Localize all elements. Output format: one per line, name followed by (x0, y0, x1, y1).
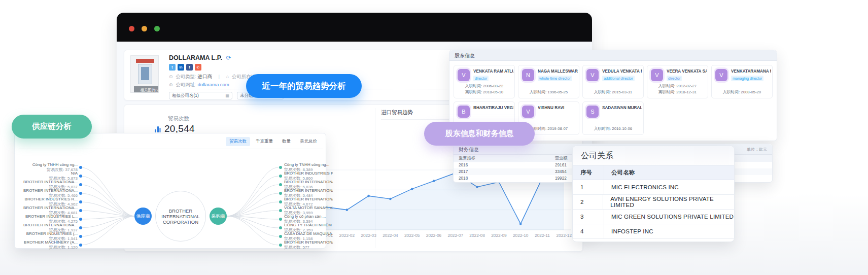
shareholder-panel-header: 股东信息 (449, 50, 777, 61)
shareholder-card[interactable]: VVENKATARAMANA MAG...managing director入职… (711, 65, 773, 98)
company-relations-panel: 公司关系 序号 公司名称 1MIC ELECTRONICS INC2AVNI E… (572, 146, 735, 242)
traffic-light-dot[interactable] (129, 26, 134, 31)
supplier-trade-count: 贸易次数: 1,120 (18, 245, 78, 250)
chart-data-point (367, 195, 370, 197)
company-node-dot[interactable] (79, 175, 82, 178)
shareholder-name: VEDULA VENKATA RAM... (602, 69, 642, 74)
company-node-dot[interactable] (79, 200, 82, 203)
relation-company-cell: INFOSTEP INC (604, 228, 653, 234)
company-node-dot[interactable] (279, 235, 282, 238)
shareholder-avatar: V (651, 69, 663, 81)
purchaser-item[interactable]: BROTHER INTERNATIONA...贸易次数: 577 (284, 240, 333, 250)
company-node-dot[interactable] (279, 166, 282, 169)
shareholder-card[interactable]: VVEERA VENKATA SATYA...director入职时间: 201… (647, 65, 708, 98)
company-node-dot[interactable] (79, 226, 82, 229)
relation-company-cell: MIC ELECTRONICS INC (604, 184, 679, 190)
shareholder-card[interactable]: SSADASIVAN MURALIKR...入职时间: 2016-10-06 (582, 101, 644, 135)
supplier-name: BROTHER INDUSTRIES (... (18, 231, 78, 236)
shareholder-date-line: 入职时间: 2006-08-22 (454, 83, 514, 89)
shareholder-card[interactable]: NNAGA MALLESWARA R...whole-time director… (518, 65, 579, 98)
shareholder-dates: 入职时间: 2006-08-22离职时间: 2018-05-10 (454, 83, 514, 95)
trade-count-label: 贸易次数 (168, 115, 189, 122)
refresh-icon[interactable]: ⟳ (226, 54, 231, 61)
company-node-dot[interactable] (279, 183, 282, 186)
relation-company-cell: AVNI ENERGY SOLUTIONS PRIVATE LIMITED (603, 196, 734, 208)
finance-year-cell: 2018 (459, 175, 468, 182)
supplier-item[interactable]: BROTHER MACHINERY (A...贸易次数: 1,120 (18, 240, 78, 250)
company-node-dot[interactable] (79, 218, 82, 221)
linkedin-icon[interactable]: in (178, 64, 184, 71)
chart-data-point (346, 209, 349, 211)
shareholder-role-badge: whole-time director (538, 76, 572, 81)
relation-index-cell: 1 (573, 180, 604, 194)
company-type-value: 进口商 (197, 74, 212, 79)
supply-link-curve (227, 176, 279, 216)
traffic-light-dot[interactable] (142, 26, 147, 31)
relations-table-row[interactable]: 4INFOSTEP INC (573, 224, 734, 239)
finance-revenue-cell: 19922 (555, 175, 567, 182)
company-node-dot[interactable] (279, 226, 282, 229)
x-axis-tick-label: 2022-09 (491, 233, 507, 238)
finance-year-cell: 2016 (459, 162, 468, 168)
relations-table-row[interactable]: 2AVNI ENERGY SOLUTIONS PRIVATE LIMITED (573, 195, 734, 210)
product-image: 相关图片(20) (130, 55, 159, 93)
purchaser-name: BROTHER INTERNATIONA... (284, 240, 333, 245)
supplier-name: BROTHER MACHINERY (A... (18, 240, 78, 245)
supply-tab-贸易次数[interactable]: 贸易次数 (226, 137, 250, 146)
chart-data-point (389, 198, 392, 200)
relations-table-row[interactable]: 1MIC ELECTRONICS INC (573, 180, 734, 195)
similar-company-select[interactable]: 相似公司名(1)▦ (169, 92, 232, 99)
supply-tab-千克重量[interactable]: 千克重量 (252, 137, 276, 146)
supply-link-curve (81, 216, 135, 245)
company-node-dot[interactable] (79, 235, 82, 238)
relations-title: 公司关系 (573, 146, 734, 165)
traffic-light-dot[interactable] (154, 26, 160, 31)
company-node-dot[interactable] (279, 192, 282, 195)
phone-icon[interactable]: ✆ (195, 64, 201, 71)
x-axis-tick-label: 2022-04 (383, 233, 398, 238)
company-node-dot[interactable] (279, 175, 282, 178)
twitter-icon[interactable]: t (169, 64, 176, 71)
company-website-link[interactable]: dollarama.com (197, 82, 229, 87)
purchaser-name: BROTHER INTERNATIONA... (284, 197, 333, 202)
supply-link-curve (81, 185, 135, 216)
shareholder-avatar: V (522, 106, 534, 118)
shareholder-dates: 入职时间: 2008-05-20 (712, 89, 772, 95)
company-node-dot[interactable] (79, 209, 82, 212)
facebook-icon[interactable]: f (186, 64, 193, 71)
company-node-dot[interactable] (79, 244, 82, 247)
shareholder-name: VENKATA RAM ATLURI (473, 69, 513, 74)
supply-chain-panel: 贸易次数千克重量数量美元总价 Công ty TNHH công ng...贸易… (14, 133, 326, 249)
shareholder-card[interactable]: VVENKATA RAM ATLURIdirector入职时间: 2006-08… (454, 65, 515, 98)
company-node-dot[interactable] (279, 200, 282, 203)
company-node-dot[interactable] (79, 183, 82, 186)
finance-revenue-cell: 33454 (555, 168, 567, 175)
supplier-name: BROTHER INDUSTRIES R... (18, 197, 78, 202)
supplier-name: BROTHER INTERNATIONA... (18, 180, 78, 185)
related-images-label[interactable]: 相关图片(20) (134, 86, 159, 93)
supplier-name: BROTHER INTERNATIONA... (18, 205, 78, 211)
supplier-name: BROTHER INDUSTRIES L... (18, 214, 78, 219)
calendar-icon: ▦ (225, 93, 229, 98)
shareholder-dates: 入职时间: 1996-05-25 (518, 89, 579, 95)
purchaser-hub-node[interactable]: 采购商 (210, 208, 227, 225)
supplier-hub-node[interactable]: 供应商 (134, 208, 152, 225)
center-company-node[interactable]: BROTHER INTERNATIONAL CORPORATION (155, 191, 206, 242)
social-icons-row: tinf✆ (169, 64, 201, 71)
shareholder-name: SADASIVAN MURALIKR... (602, 106, 642, 110)
company-node-dot[interactable] (79, 192, 82, 195)
company-node-dot[interactable] (279, 218, 282, 221)
supply-tab-数量[interactable]: 数量 (279, 137, 294, 146)
x-axis-tick-label: 2022-12 (557, 233, 572, 238)
shareholder-card[interactable]: VVEDULA VENKATA RAM...additional directo… (582, 65, 644, 98)
shareholder-date-line: 离职时间: 2018-05-10 (454, 89, 514, 95)
shareholder-dates: 入职时间: 2012-02-27离职时间: 2018-12-31 (647, 83, 708, 95)
supply-tab-美元总价[interactable]: 美元总价 (296, 137, 321, 146)
company-node-dot[interactable] (279, 244, 282, 247)
x-axis-tick-label: 2022-06 (426, 233, 442, 238)
company-node-dot[interactable] (79, 166, 82, 169)
company-node-dot[interactable] (279, 209, 282, 212)
purchaser-name: Công ty TNHH công ng... (284, 162, 333, 167)
relations-table-row[interactable]: 3MIC GREEN SOLUTIONS PRIVATE LIMITED (573, 210, 734, 224)
supply-link-curve (227, 216, 279, 245)
